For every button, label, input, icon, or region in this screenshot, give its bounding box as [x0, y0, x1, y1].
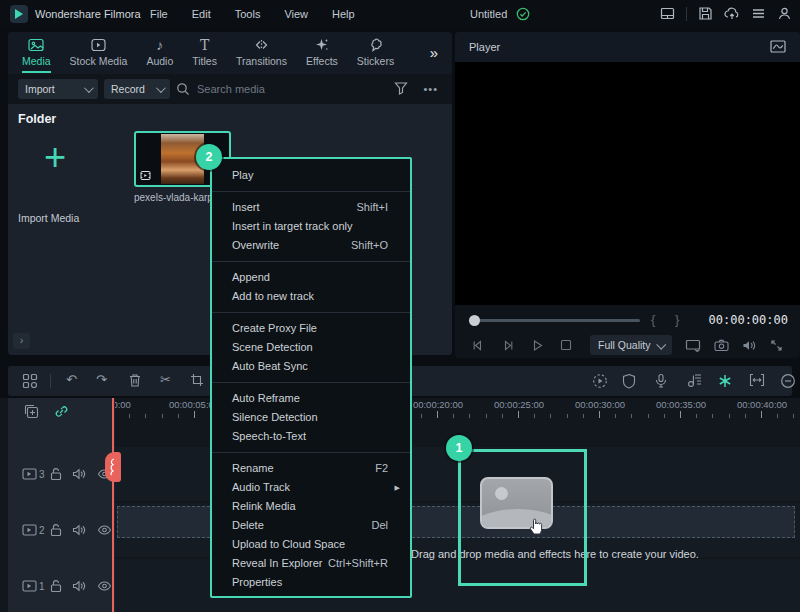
seek-bar[interactable] [475, 319, 640, 322]
audio-mixer-icon[interactable] [686, 373, 702, 388]
track-thumbnail-icon[interactable] [22, 468, 37, 481]
media-view-toggle-icon[interactable] [22, 373, 38, 389]
mute-track-icon[interactable] [72, 580, 87, 593]
menu-item-auto-beat-sync[interactable]: Auto Beat Sync [212, 357, 410, 376]
menu-view[interactable]: View [284, 0, 308, 28]
expand-panel-button[interactable]: › [13, 333, 30, 349]
menu-file[interactable]: File [150, 0, 168, 28]
lock-track-icon[interactable] [50, 579, 62, 593]
beat-detection-icon[interactable] [717, 373, 733, 389]
menu-item-audio-track[interactable]: Audio Track▶ [212, 478, 410, 497]
playhead[interactable] [112, 398, 114, 612]
menu-item-auto-reframe[interactable]: Auto Reframe [212, 389, 410, 408]
lock-track-icon[interactable] [50, 467, 62, 481]
tab-stock-media[interactable]: Stock Media [70, 37, 128, 73]
hide-track-icon[interactable] [97, 525, 112, 536]
clip-context-menu: Play InsertShift+I Insert in target trac… [210, 157, 412, 598]
next-frame-button[interactable] [501, 339, 515, 352]
fit-timeline-icon[interactable] [749, 373, 765, 387]
timecode-display: 00:00:00:00 [709, 308, 788, 332]
add-track-icon[interactable] [24, 404, 39, 419]
video-preview[interactable] [455, 62, 800, 305]
render-preview-icon[interactable] [592, 373, 608, 389]
menu-item-scene-detection[interactable]: Scene Detection [212, 338, 410, 357]
import-dropdown[interactable]: Import [18, 79, 98, 99]
menu-item-silence-detection[interactable]: Silence Detection [212, 408, 410, 427]
menu-item-create-proxy-file[interactable]: Create Proxy File [212, 319, 410, 338]
search-bar[interactable] [176, 79, 376, 99]
shield-icon[interactable] [622, 373, 636, 389]
lock-track-icon[interactable] [50, 523, 62, 537]
playback-quality-dropdown[interactable]: Full Quality [590, 335, 672, 355]
previous-frame-button[interactable] [471, 339, 485, 352]
ruler-label: 00:00:40:00 [732, 399, 792, 410]
menu-item-reveal-in-explorer[interactable]: Reveal In ExplorerCtrl+Shift+R [212, 554, 410, 573]
mark-out-button[interactable]: } [675, 308, 679, 332]
save-icon[interactable] [698, 6, 713, 21]
menu-help[interactable]: Help [332, 0, 355, 28]
filter-icon[interactable] [394, 81, 408, 95]
layout-icon[interactable] [660, 6, 675, 21]
cloud-upload-icon[interactable] [724, 6, 740, 21]
menu-item-upload-to-cloud[interactable]: Upload to Cloud Space [212, 535, 410, 554]
filmora-logo-icon[interactable] [10, 5, 28, 23]
menu-edit[interactable]: Edit [192, 0, 211, 28]
snapshot-camera-icon[interactable] [714, 339, 729, 352]
menu-item-append[interactable]: Append [212, 268, 410, 287]
mirror-display-icon[interactable] [685, 338, 701, 352]
hide-track-icon[interactable] [97, 581, 112, 592]
tab-audio[interactable]: ♪ Audio [146, 37, 173, 73]
menu-item-insert-target-track[interactable]: Insert in target track only [212, 217, 410, 236]
ruler-label: 00:00:25:00 [489, 399, 549, 410]
tab-label: Transitions [236, 55, 287, 67]
voiceover-mic-icon[interactable] [654, 373, 668, 389]
play-button[interactable] [531, 339, 544, 352]
mute-track-icon[interactable] [72, 524, 87, 537]
menu-tools[interactable]: Tools [235, 0, 261, 28]
tab-media[interactable]: Media [22, 37, 51, 73]
menu-item-overwrite[interactable]: OverwriteShift+O [212, 236, 410, 255]
search-input[interactable] [197, 83, 347, 95]
undo-icon[interactable]: ↶ [66, 372, 77, 388]
menu-item-insert[interactable]: InsertShift+I [212, 198, 410, 217]
record-dropdown[interactable]: Record [104, 79, 170, 99]
menu-item-relink-media[interactable]: Relink Media [212, 497, 410, 516]
track-number: 3 [39, 469, 45, 480]
volume-icon[interactable] [742, 339, 757, 352]
more-options-icon[interactable]: ••• [423, 75, 438, 103]
fullscreen-icon[interactable] [770, 339, 783, 352]
tab-transitions[interactable]: Transitions [236, 37, 287, 73]
redo-icon[interactable]: ↷ [96, 372, 107, 388]
crop-icon[interactable] [190, 373, 204, 387]
more-tabs-button[interactable]: » [430, 44, 438, 61]
track-thumbnail-icon[interactable] [22, 524, 37, 537]
tab-stickers[interactable]: Stickers [357, 37, 394, 73]
menu-item-add-to-new-track[interactable]: Add to new track [212, 287, 410, 306]
hamburger-menu-icon[interactable] [751, 6, 766, 21]
filmora-window: Wondershare Filmora File Edit Tools View… [0, 0, 800, 612]
menu-separator [212, 382, 410, 383]
split-scissors-icon[interactable]: ✂ [160, 372, 171, 388]
menu-item-play[interactable]: Play [212, 166, 410, 185]
tab-titles[interactable]: T Titles [192, 37, 217, 73]
playhead-grip[interactable] [105, 452, 121, 482]
seek-handle[interactable] [469, 315, 480, 326]
link-clips-icon[interactable] [54, 404, 69, 419]
menu-item-properties[interactable]: Properties [212, 573, 410, 592]
scopes-icon[interactable] [770, 40, 786, 53]
track-number: 1 [39, 581, 45, 592]
mark-in-button[interactable]: { [651, 308, 655, 332]
mute-track-icon[interactable] [72, 468, 87, 481]
zoom-out-icon[interactable] [780, 373, 796, 389]
account-icon[interactable] [777, 6, 792, 21]
stop-button[interactable] [560, 339, 572, 351]
menu-item-rename[interactable]: RenameF2 [212, 459, 410, 478]
tab-label: Titles [192, 55, 217, 67]
menu-item-speech-to-text[interactable]: Speech-to-Text [212, 427, 410, 446]
delete-icon[interactable] [128, 373, 142, 388]
track-thumbnail-icon[interactable] [22, 580, 37, 593]
import-media-tile[interactable]: + Import Media [18, 134, 110, 210]
tab-effects[interactable]: Effects [306, 37, 338, 73]
ruler-label: 00:00:30:00 [570, 399, 630, 410]
menu-item-delete[interactable]: DeleteDel [212, 516, 410, 535]
